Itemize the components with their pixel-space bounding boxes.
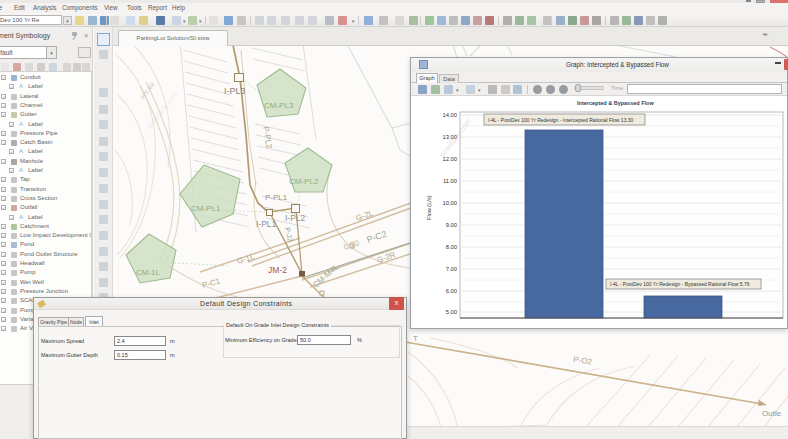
svg-text:9.00: 9.00 [446, 222, 457, 228]
svg-text:CM-1L: CM-1L [136, 268, 161, 277]
svg-text:8.00: 8.00 [446, 244, 457, 250]
svg-text:JM-2: JM-2 [268, 265, 287, 275]
svg-text:6.00: 6.00 [446, 288, 457, 294]
svg-text:CM-PL2: CM-PL2 [289, 177, 319, 186]
svg-text:11.00: 11.00 [443, 178, 457, 184]
svg-text:10.00: 10.00 [442, 200, 457, 206]
svg-text:Intercepted & Bypassed Flow: Intercepted & Bypassed Flow [577, 100, 654, 106]
svg-text:I-4L - PostDev 100 Yr Redesign: I-4L - PostDev 100 Yr Redesign - Bypasse… [610, 281, 750, 287]
svg-text:5.00: 5.00 [446, 309, 457, 315]
svg-text:7.00: 7.00 [446, 266, 457, 272]
svg-text:I-PL3: I-PL3 [224, 86, 246, 96]
svg-text:I-PL1: I-PL1 [256, 219, 277, 229]
svg-text:CM-PL1: CM-PL1 [191, 204, 221, 213]
svg-text:CM-PL3: CM-PL3 [264, 101, 294, 110]
svg-text:14.00: 14.00 [442, 112, 457, 118]
svg-text:I-PL2: I-PL2 [285, 213, 306, 223]
svg-text:I-4L - PostDev 100 Yr Redesign: I-4L - PostDev 100 Yr Redesign - Interce… [488, 117, 634, 123]
svg-text:Outle: Outle [762, 409, 782, 418]
svg-text:Flow (L/s): Flow (L/s) [426, 195, 432, 220]
svg-text:P-PL1: P-PL1 [265, 193, 288, 202]
svg-text:T: T [413, 334, 418, 343]
